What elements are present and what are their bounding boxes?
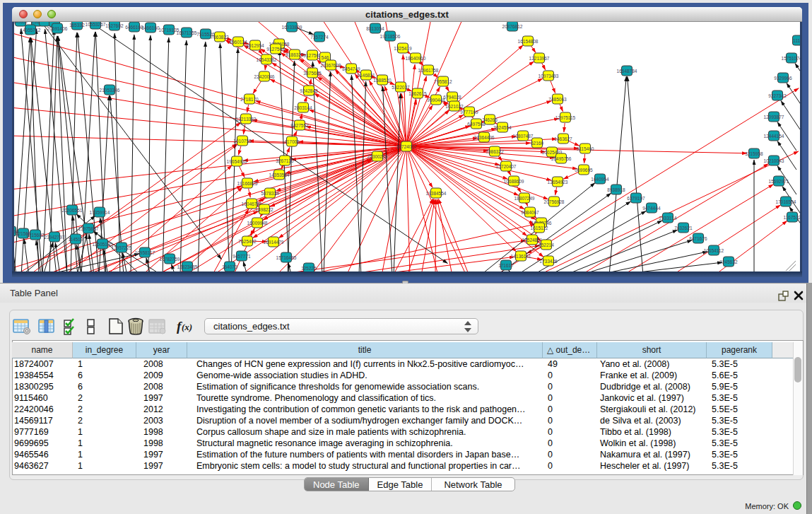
svg-text:14136141: 14136141 [511, 254, 531, 259]
svg-text:1325419: 1325419 [394, 46, 412, 51]
svg-text:5322037: 5322037 [392, 85, 410, 90]
svg-text:10961758: 10961758 [418, 68, 439, 73]
svg-text:9242848: 9242848 [300, 88, 318, 93]
svg-text:12444154: 12444154 [764, 134, 784, 139]
svg-text:9227342: 9227342 [768, 93, 787, 98]
svg-text:9990448: 9990448 [427, 98, 445, 103]
svg-text:10688609: 10688609 [504, 179, 524, 184]
svg-text:18640910: 18640910 [406, 56, 426, 61]
svg-text:9457771: 9457771 [233, 254, 251, 259]
svg-text:114519: 114519 [68, 237, 83, 242]
svg-text:6794028: 6794028 [443, 95, 461, 100]
svg-text:1112: 1112 [793, 38, 800, 43]
svg-text:2933114: 2933114 [659, 216, 677, 221]
svg-text:10958117: 10958117 [135, 250, 155, 255]
svg-text:19218506: 19218506 [380, 34, 401, 39]
svg-text:62160: 62160 [531, 141, 543, 146]
svg-text:16495756: 16495756 [551, 156, 572, 161]
svg-text:13654923: 13654923 [548, 180, 568, 185]
svg-text:7955812: 7955812 [434, 79, 452, 84]
svg-text:3267130: 3267130 [276, 158, 294, 163]
svg-text:9777169: 9777169 [460, 110, 478, 115]
svg-text:1167532: 1167532 [784, 215, 800, 220]
svg-text:12975115: 12975115 [555, 115, 576, 120]
svg-text:16914479: 16914479 [264, 240, 284, 245]
svg-text:10807487: 10807487 [513, 134, 534, 139]
svg-text:1588520: 1588520 [373, 78, 392, 83]
svg-text:15751074: 15751074 [782, 56, 800, 61]
svg-text:14353584: 14353584 [269, 173, 290, 177]
svg-text:10553267: 10553267 [86, 22, 106, 27]
svg-text:25300215: 25300215 [367, 154, 388, 159]
svg-text:9245632: 9245632 [719, 259, 738, 264]
svg-text:9127503: 9127503 [266, 47, 285, 52]
svg-text:1498222: 1498222 [255, 207, 273, 212]
svg-text:165332: 165332 [69, 23, 85, 28]
svg-text:9474444: 9474444 [642, 206, 661, 211]
svg-text:12213383: 12213383 [236, 117, 257, 122]
svg-text:10654112: 10654112 [704, 248, 724, 253]
svg-text:7357274: 7357274 [310, 35, 329, 40]
svg-text:6379197: 6379197 [627, 196, 645, 201]
svg-text:8471676: 8471676 [689, 236, 707, 241]
svg-text:9146821: 9146821 [357, 73, 375, 78]
svg-text:1527602: 1527602 [105, 23, 124, 28]
svg-text:2803144: 2803144 [294, 105, 312, 110]
svg-text:16782759: 16782759 [160, 257, 180, 262]
svg-text:10973493: 10973493 [539, 74, 559, 78]
svg-text:164073: 164073 [222, 264, 237, 269]
svg-text:9115460: 9115460 [577, 146, 594, 151]
svg-text:23942797: 23942797 [45, 235, 65, 240]
svg-text:19166825: 19166825 [237, 181, 258, 186]
svg-text:15716485: 15716485 [276, 255, 297, 260]
svg-text:17957225: 17957225 [112, 245, 132, 250]
svg-text:12213967: 12213967 [529, 56, 550, 61]
svg-text:17359914: 17359914 [90, 210, 110, 215]
svg-text:5878334: 5878334 [261, 191, 279, 196]
svg-text:20691406: 20691406 [47, 26, 68, 31]
svg-text:7485063: 7485063 [548, 97, 567, 102]
svg-text:20206551: 20206551 [62, 208, 83, 213]
svg-text:20876812: 20876812 [502, 24, 523, 29]
svg-text:9329966: 9329966 [774, 76, 792, 81]
svg-text:1615112: 1615112 [531, 226, 548, 230]
svg-text:22420046: 22420046 [254, 74, 275, 79]
svg-text:8186323: 8186323 [286, 52, 304, 57]
svg-text:2718170: 2718170 [240, 97, 259, 102]
svg-text:12093877: 12093877 [764, 115, 784, 119]
svg-text:21364436: 21364436 [474, 135, 495, 140]
svg-text:8454749: 8454749 [342, 66, 360, 71]
svg-text:252214: 252214 [539, 243, 554, 247]
svg-text:17016504: 17016504 [776, 199, 796, 204]
svg-text:7632621: 7632621 [674, 226, 693, 230]
svg-text:3624554: 3624554 [493, 125, 512, 130]
svg-text:10210043: 10210043 [764, 158, 784, 163]
svg-text:417006: 417006 [284, 139, 300, 144]
svg-text:29367608: 29367608 [321, 63, 341, 68]
svg-text:14055712: 14055712 [20, 28, 41, 33]
svg-text:12823485: 12823485 [177, 264, 198, 269]
svg-text:18724007: 18724007 [396, 144, 417, 149]
svg-text:8813054: 8813054 [366, 26, 384, 31]
svg-text:3875685: 3875685 [303, 71, 322, 76]
svg-text:15720407: 15720407 [496, 164, 517, 169]
svg-text:1621022: 1621022 [445, 104, 464, 109]
svg-text:16033809: 16033809 [282, 25, 302, 30]
svg-text:15692971: 15692971 [769, 179, 789, 184]
svg-text:13975887: 13975887 [78, 226, 99, 231]
svg-text:19654935: 19654935 [227, 159, 247, 164]
svg-text:12505135: 12505135 [93, 242, 113, 247]
svg-text:21053346: 21053346 [100, 88, 120, 93]
svg-text:0699695: 0699695 [575, 168, 593, 173]
svg-text:6497568: 6497568 [467, 122, 486, 127]
svg-text:546: 546 [322, 55, 329, 60]
svg-text:6466160: 6466160 [141, 25, 160, 30]
svg-text:1463627: 1463627 [554, 136, 572, 141]
svg-text:8938918: 8938918 [607, 187, 625, 192]
svg-text:16154808: 16154808 [518, 39, 539, 44]
svg-text:8960124: 8960124 [229, 40, 247, 45]
svg-text:7986322: 7986322 [486, 149, 504, 154]
svg-text:18807249: 18807249 [514, 196, 535, 201]
svg-text:3215958: 3215958 [745, 151, 763, 156]
svg-text:16543382: 16543382 [257, 57, 277, 62]
